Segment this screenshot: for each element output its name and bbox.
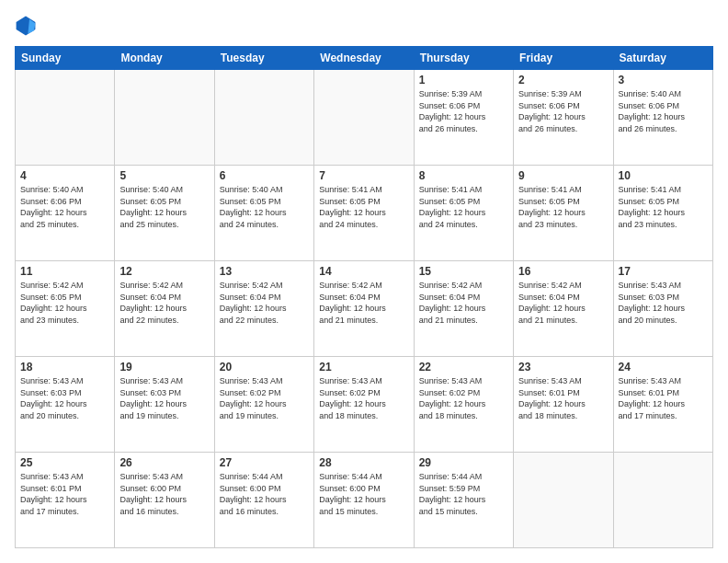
calendar-cell: 21Sunrise: 5:43 AMSunset: 6:02 PMDayligh… <box>314 357 414 453</box>
day-number: 29 <box>419 456 508 469</box>
day-info: Sunrise: 5:41 AMSunset: 6:05 PMDaylight:… <box>419 184 508 230</box>
logo-icon <box>15 15 37 37</box>
calendar-cell: 23Sunrise: 5:43 AMSunset: 6:01 PMDayligh… <box>514 357 613 453</box>
day-info: Sunrise: 5:40 AMSunset: 6:06 PMDaylight:… <box>619 88 708 134</box>
day-number: 23 <box>518 361 608 373</box>
day-header-friday: Friday <box>514 47 613 70</box>
day-info: Sunrise: 5:39 AMSunset: 6:06 PMDaylight:… <box>419 88 508 134</box>
calendar-cell: 18Sunrise: 5:43 AMSunset: 6:03 PMDayligh… <box>16 357 115 453</box>
calendar-cell: 26Sunrise: 5:43 AMSunset: 6:00 PMDayligh… <box>115 453 214 548</box>
day-info: Sunrise: 5:42 AMSunset: 6:05 PMDaylight:… <box>20 280 109 326</box>
day-number: 27 <box>220 456 309 469</box>
calendar-cell: 8Sunrise: 5:41 AMSunset: 6:05 PMDaylight… <box>414 166 513 261</box>
calendar-cell: 27Sunrise: 5:44 AMSunset: 6:00 PMDayligh… <box>214 453 313 548</box>
calendar-cell: 3Sunrise: 5:40 AMSunset: 6:06 PMDaylight… <box>613 70 712 166</box>
day-info: Sunrise: 5:43 AMSunset: 6:03 PMDaylight:… <box>119 375 209 421</box>
day-header-monday: Monday <box>115 47 214 70</box>
day-number: 6 <box>220 169 309 182</box>
calendar-cell: 11Sunrise: 5:42 AMSunset: 6:05 PMDayligh… <box>16 261 115 357</box>
calendar-cell: 25Sunrise: 5:43 AMSunset: 6:01 PMDayligh… <box>16 453 115 548</box>
day-info: Sunrise: 5:43 AMSunset: 6:02 PMDaylight:… <box>319 375 408 421</box>
day-info: Sunrise: 5:41 AMSunset: 6:05 PMDaylight:… <box>518 184 608 230</box>
day-number: 14 <box>319 265 408 278</box>
calendar-cell: 1Sunrise: 5:39 AMSunset: 6:06 PMDaylight… <box>414 70 513 166</box>
calendar-cell: 13Sunrise: 5:42 AMSunset: 6:04 PMDayligh… <box>214 261 313 357</box>
day-number: 7 <box>319 169 408 182</box>
day-info: Sunrise: 5:42 AMSunset: 6:04 PMDaylight:… <box>518 280 608 326</box>
day-info: Sunrise: 5:40 AMSunset: 6:05 PMDaylight:… <box>119 184 209 230</box>
day-number: 22 <box>419 361 508 373</box>
day-info: Sunrise: 5:40 AMSunset: 6:06 PMDaylight:… <box>20 184 109 230</box>
day-info: Sunrise: 5:43 AMSunset: 6:00 PMDaylight:… <box>119 471 209 517</box>
calendar-cell: 14Sunrise: 5:42 AMSunset: 6:04 PMDayligh… <box>314 261 414 357</box>
day-number: 26 <box>119 456 209 469</box>
day-number: 3 <box>619 74 708 86</box>
day-info: Sunrise: 5:42 AMSunset: 6:04 PMDaylight:… <box>119 280 209 326</box>
day-info: Sunrise: 5:43 AMSunset: 6:02 PMDaylight:… <box>419 375 508 421</box>
calendar-cell <box>16 70 115 166</box>
day-number: 17 <box>619 265 708 278</box>
calendar-cell: 16Sunrise: 5:42 AMSunset: 6:04 PMDayligh… <box>514 261 613 357</box>
day-number: 24 <box>619 361 708 373</box>
day-number: 12 <box>119 265 209 278</box>
day-number: 15 <box>419 265 508 278</box>
day-info: Sunrise: 5:42 AMSunset: 6:04 PMDaylight:… <box>419 280 508 326</box>
calendar-cell <box>514 453 613 548</box>
day-number: 25 <box>20 456 109 469</box>
day-info: Sunrise: 5:44 AMSunset: 6:00 PMDaylight:… <box>220 471 309 517</box>
calendar-cell: 7Sunrise: 5:41 AMSunset: 6:05 PMDaylight… <box>314 166 414 261</box>
calendar-cell: 15Sunrise: 5:42 AMSunset: 6:04 PMDayligh… <box>414 261 513 357</box>
calendar-cell: 22Sunrise: 5:43 AMSunset: 6:02 PMDayligh… <box>414 357 513 453</box>
day-header-tuesday: Tuesday <box>214 47 313 70</box>
day-info: Sunrise: 5:44 AMSunset: 5:59 PMDaylight:… <box>419 471 508 517</box>
day-number: 8 <box>419 169 508 182</box>
day-number: 28 <box>319 456 408 469</box>
day-number: 1 <box>419 74 508 86</box>
day-info: Sunrise: 5:41 AMSunset: 6:05 PMDaylight:… <box>319 184 408 230</box>
day-info: Sunrise: 5:40 AMSunset: 6:05 PMDaylight:… <box>220 184 309 230</box>
page: SundayMondayTuesdayWednesdayThursdayFrid… <box>0 0 728 563</box>
day-info: Sunrise: 5:43 AMSunset: 6:01 PMDaylight:… <box>619 375 708 421</box>
calendar-cell: 10Sunrise: 5:41 AMSunset: 6:05 PMDayligh… <box>613 166 712 261</box>
day-info: Sunrise: 5:43 AMSunset: 6:02 PMDaylight:… <box>220 375 309 421</box>
day-number: 19 <box>119 361 209 373</box>
calendar-cell <box>613 453 712 548</box>
day-number: 10 <box>619 169 708 182</box>
calendar-cell: 2Sunrise: 5:39 AMSunset: 6:06 PMDaylight… <box>514 70 613 166</box>
calendar-cell: 4Sunrise: 5:40 AMSunset: 6:06 PMDaylight… <box>16 166 115 261</box>
calendar-cell <box>115 70 214 166</box>
calendar-cell: 5Sunrise: 5:40 AMSunset: 6:05 PMDaylight… <box>115 166 214 261</box>
day-info: Sunrise: 5:43 AMSunset: 6:03 PMDaylight:… <box>619 280 708 326</box>
day-info: Sunrise: 5:43 AMSunset: 6:03 PMDaylight:… <box>20 375 109 421</box>
day-info: Sunrise: 5:43 AMSunset: 6:01 PMDaylight:… <box>518 375 608 421</box>
day-header-thursday: Thursday <box>414 47 513 70</box>
calendar-cell: 19Sunrise: 5:43 AMSunset: 6:03 PMDayligh… <box>115 357 214 453</box>
calendar-cell <box>314 70 414 166</box>
day-info: Sunrise: 5:42 AMSunset: 6:04 PMDaylight:… <box>319 280 408 326</box>
day-number: 13 <box>220 265 309 278</box>
calendar-table: SundayMondayTuesdayWednesdayThursdayFrid… <box>15 46 713 548</box>
calendar-cell: 29Sunrise: 5:44 AMSunset: 5:59 PMDayligh… <box>414 453 513 548</box>
day-info: Sunrise: 5:44 AMSunset: 6:00 PMDaylight:… <box>319 471 408 517</box>
day-header-saturday: Saturday <box>613 47 712 70</box>
header <box>15 15 713 37</box>
day-number: 9 <box>518 169 608 182</box>
calendar-cell: 12Sunrise: 5:42 AMSunset: 6:04 PMDayligh… <box>115 261 214 357</box>
day-number: 16 <box>518 265 608 278</box>
day-number: 20 <box>220 361 309 373</box>
calendar-cell <box>214 70 313 166</box>
day-number: 21 <box>319 361 408 373</box>
day-number: 2 <box>518 74 608 86</box>
calendar-cell: 17Sunrise: 5:43 AMSunset: 6:03 PMDayligh… <box>613 261 712 357</box>
logo <box>15 15 40 37</box>
day-info: Sunrise: 5:39 AMSunset: 6:06 PMDaylight:… <box>518 88 608 134</box>
day-number: 11 <box>20 265 109 278</box>
day-info: Sunrise: 5:41 AMSunset: 6:05 PMDaylight:… <box>619 184 708 230</box>
day-number: 18 <box>20 361 109 373</box>
calendar-cell: 24Sunrise: 5:43 AMSunset: 6:01 PMDayligh… <box>613 357 712 453</box>
day-number: 5 <box>119 169 209 182</box>
day-info: Sunrise: 5:43 AMSunset: 6:01 PMDaylight:… <box>20 471 109 517</box>
calendar-cell: 9Sunrise: 5:41 AMSunset: 6:05 PMDaylight… <box>514 166 613 261</box>
day-info: Sunrise: 5:42 AMSunset: 6:04 PMDaylight:… <box>220 280 309 326</box>
day-header-wednesday: Wednesday <box>314 47 414 70</box>
